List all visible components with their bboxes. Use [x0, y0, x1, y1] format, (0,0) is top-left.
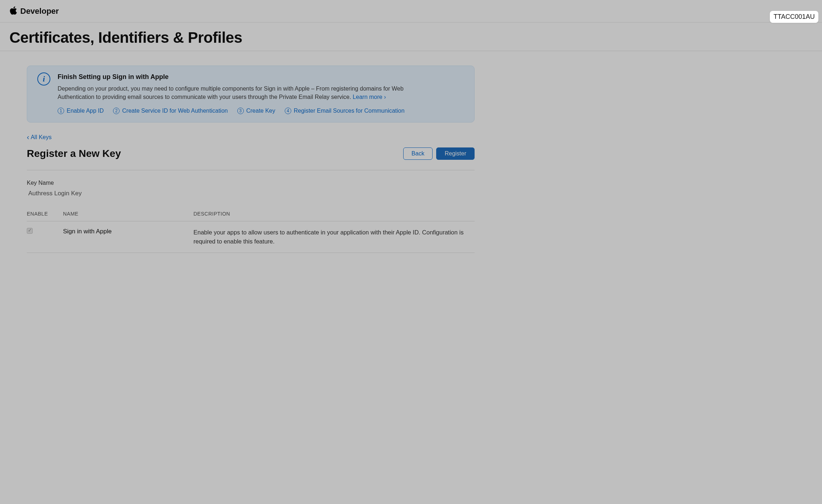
info-banner-title: Finish Setting up Sign in with Apple	[58, 73, 464, 81]
col-enable: ENABLE	[27, 211, 63, 217]
back-button[interactable]: Back	[403, 147, 433, 160]
form-area: Key Name Authress Login Key	[27, 180, 475, 197]
step-number-icon: 2	[113, 108, 120, 114]
brand-label: Developer	[20, 7, 59, 16]
table-head: ENABLE NAME DESCRIPTION	[27, 211, 475, 221]
main-content: i Finish Setting up Sign in with Apple D…	[0, 51, 493, 267]
step-create-service-id[interactable]: 2 Create Service ID for Web Authenticati…	[113, 108, 228, 114]
key-name-value: Authress Login Key	[27, 190, 475, 197]
table-row: Sign in with Apple Enable your apps to a…	[27, 221, 475, 253]
step-number-icon: 3	[237, 108, 244, 114]
step-number-icon: 1	[58, 108, 64, 114]
step-enable-app-id[interactable]: 1 Enable App ID	[58, 108, 104, 114]
account-id-badge: TTACC001AU	[770, 11, 818, 23]
register-button[interactable]: Register	[436, 147, 475, 160]
page-title: Certificates, Identifiers & Profiles	[9, 29, 813, 46]
col-name: NAME	[63, 211, 193, 217]
section-header-row: Register a New Key Back Register	[27, 147, 475, 170]
col-description: DESCRIPTION	[193, 211, 475, 217]
back-link-label: All Keys	[31, 134, 52, 141]
learn-more-link[interactable]: Learn more ›	[353, 94, 386, 100]
step-label: Create Key	[246, 108, 275, 114]
chevron-left-icon	[27, 133, 29, 141]
all-keys-link[interactable]: All Keys	[27, 133, 51, 141]
services-table: ENABLE NAME DESCRIPTION Sign in with App…	[27, 211, 475, 253]
step-number-icon: 4	[285, 108, 291, 114]
step-register-email-sources[interactable]: 4 Register Email Sources for Communicati…	[285, 108, 405, 114]
info-steps: 1 Enable App ID 2 Create Service ID for …	[58, 108, 464, 114]
section-title: Register a New Key	[27, 148, 121, 159]
page-title-bar: Certificates, Identifiers & Profiles	[0, 22, 822, 51]
info-banner-desc: Depending on your product, you may need …	[58, 84, 413, 101]
step-create-key[interactable]: 3 Create Key	[237, 108, 275, 114]
service-name: Sign in with Apple	[63, 228, 193, 235]
step-label: Register Email Sources for Communication	[294, 108, 405, 114]
top-bar: Developer ⌄	[0, 0, 822, 22]
enable-checkbox[interactable]	[27, 228, 33, 234]
key-name-label: Key Name	[27, 180, 475, 186]
step-label: Enable App ID	[67, 108, 104, 114]
service-description: Enable your apps to allow users to authe…	[193, 228, 475, 246]
step-label: Create Service ID for Web Authentication	[122, 108, 228, 114]
info-banner: i Finish Setting up Sign in with Apple D…	[27, 66, 475, 122]
info-icon: i	[37, 72, 50, 86]
brand[interactable]: Developer	[9, 6, 59, 17]
apple-logo-icon	[9, 6, 17, 17]
